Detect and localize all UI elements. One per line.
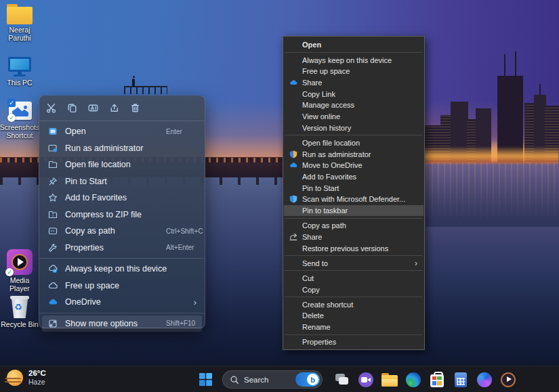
menu-item-share[interactable]: Share <box>284 232 423 243</box>
menu-item-label: Copy Link <box>302 90 335 98</box>
store-button[interactable] <box>428 371 445 388</box>
start-button[interactable] <box>196 371 214 389</box>
menu-item-copy-as-path[interactable]: Copy as path Ctrl+Shift+C <box>39 223 205 240</box>
task-view-button[interactable] <box>333 371 350 388</box>
menu-item-label: Rename <box>302 323 331 331</box>
menu-item-send-to[interactable]: Send to › <box>284 257 423 269</box>
menu-item-label: Delete <box>302 311 324 320</box>
desktop-icon-screenshots-shortcut[interactable]: ✓ ✓ Screenshots Shortcut <box>0 99 39 139</box>
menu-item-shortcut: Enter <box>166 128 182 135</box>
menu-item-always-keep-on-device[interactable]: Always keep on this device <box>284 54 423 66</box>
cut-icon[interactable] <box>43 101 58 116</box>
calculator-button[interactable] <box>452 371 469 388</box>
copilot-button[interactable] <box>476 371 493 388</box>
desktop-icon-user-folder[interactable]: Neeraj Paruthi <box>0 4 39 42</box>
menu-separator <box>285 334 423 335</box>
app-window-icon <box>47 126 58 137</box>
menu-item-copy-link[interactable]: Copy Link <box>284 88 423 100</box>
menu-item-show-more-options[interactable]: Show more options Shift+F10 <box>42 315 202 332</box>
menu-item-delete[interactable]: Delete <box>284 310 423 322</box>
desktop-icon-label: Media Player <box>0 277 39 292</box>
file-explorer-button[interactable] <box>381 371 398 388</box>
copilot-icon <box>477 372 492 387</box>
menu-item-version-history[interactable]: Version history <box>284 122 423 133</box>
chat-icon <box>358 372 373 387</box>
weather-condition: Haze <box>28 378 46 387</box>
menu-item-label: Add to Favorites <box>302 173 356 181</box>
menu-item-manage-access[interactable]: Manage access <box>284 100 423 111</box>
edge-button[interactable] <box>405 371 421 388</box>
file-explorer-icon <box>381 373 398 387</box>
zip-folder-icon <box>47 209 58 220</box>
quick-actions-toolbar <box>39 97 205 118</box>
menu-item-open[interactable]: Open <box>284 39 423 51</box>
wallpaper-city-lights <box>415 146 559 164</box>
menu-item-free-up-space[interactable]: Free up space <box>39 278 205 295</box>
onedrive-cloud-icon <box>289 78 298 87</box>
menu-item-properties[interactable]: Properties <box>284 336 423 348</box>
weather-temperature: 26°C <box>28 369 46 378</box>
menu-item-rename[interactable]: Rename <box>284 322 423 333</box>
menu-item-pin-to-start[interactable]: Pin to Start <box>39 173 205 190</box>
menu-item-add-to-favorites[interactable]: Add to Favorites <box>39 190 205 206</box>
desktop-icon-label: This PC <box>7 79 32 87</box>
menu-item-properties[interactable]: Properties Alt+Enter <box>39 240 205 257</box>
menu-item-label: Scan with Microsoft Defender... <box>302 195 405 203</box>
menu-item-label: Compress to ZIP file <box>65 210 142 219</box>
menu-item-compress-to-zip[interactable]: Compress to ZIP file <box>39 206 205 223</box>
menu-item-onedrive[interactable]: OneDrive › <box>39 294 205 311</box>
menu-separator <box>285 52 423 53</box>
menu-item-move-to-onedrive[interactable]: Move to OneDrive <box>284 160 423 171</box>
menu-separator <box>39 121 205 121</box>
share-icon[interactable] <box>106 101 121 116</box>
copy-icon[interactable] <box>64 101 79 116</box>
folder-icon <box>7 4 33 24</box>
media-player-button[interactable] <box>499 371 516 388</box>
menu-item-label: Move to OneDrive <box>302 161 363 169</box>
menu-item-label: Manage access <box>302 101 354 109</box>
menu-item-pin-to-taskbar[interactable]: Pin to taskbar <box>284 205 423 217</box>
menu-item-pin-to-start[interactable]: Pin to Start <box>284 182 423 194</box>
menu-item-open-file-location[interactable]: Open file location <box>284 137 423 149</box>
menu-item-open-file-location[interactable]: Open file location <box>39 156 205 173</box>
recycle-bin-icon: ♻ <box>9 296 30 319</box>
menu-item-create-shortcut[interactable]: Create shortcut <box>284 299 423 310</box>
menu-item-copy[interactable]: Copy <box>284 284 423 295</box>
menu-item-run-as-administrator[interactable]: Run as administrator <box>39 140 205 157</box>
menu-item-share-onedrive[interactable]: Share <box>284 77 423 89</box>
menu-item-label: Send to <box>302 259 328 267</box>
share-arrow-icon <box>289 232 298 242</box>
onedrive-synced-icon: ✓ <box>5 268 14 276</box>
menu-item-label: Add to Favorites <box>65 193 127 202</box>
menu-item-label: View online <box>302 112 340 121</box>
menu-item-scan-with-defender[interactable]: Scan with Microsoft Defender... <box>284 194 423 205</box>
menu-item-view-online[interactable]: View online <box>284 111 423 123</box>
desktop-icon-this-pc[interactable]: This PC <box>0 56 39 87</box>
chevron-right-icon: › <box>415 259 417 268</box>
bing-icon[interactable]: b <box>295 372 320 387</box>
menu-item-free-up-space[interactable]: Free up space <box>284 66 423 77</box>
menu-separator <box>39 313 205 313</box>
taskbar: 26°C Haze Search b <box>0 366 559 392</box>
desktop-icon-media-player[interactable]: ✓ Media Player <box>0 249 39 292</box>
menu-item-label: Copy as path <box>302 221 346 230</box>
taskbar-weather-widget[interactable]: 26°C Haze <box>7 369 46 387</box>
delete-icon[interactable] <box>127 101 142 116</box>
menu-separator <box>285 270 423 271</box>
menu-item-run-as-administrator[interactable]: Run as administrator <box>284 148 423 160</box>
menu-item-always-keep-on-device[interactable]: Always keep on this device <box>39 261 205 278</box>
menu-item-add-to-favorites[interactable]: Add to Favorites <box>284 171 423 183</box>
chat-button[interactable] <box>357 371 374 388</box>
desktop-icon-recycle-bin[interactable]: ♻ Recycle Bin <box>0 296 39 329</box>
menu-item-restore-previous-versions[interactable]: Restore previous versions <box>284 242 423 254</box>
modern-context-menu: Open Enter Run as administrator Open fil… <box>39 95 205 328</box>
menu-item-cut[interactable]: Cut <box>284 273 423 284</box>
menu-item-label: Always keep on this device <box>65 264 167 274</box>
media-player-icon: ✓ <box>7 249 33 275</box>
menu-item-shortcut: Ctrl+Shift+C <box>166 227 203 235</box>
search-box[interactable]: Search b <box>222 370 323 389</box>
menu-item-open[interactable]: Open Enter <box>39 123 205 140</box>
menu-item-copy-as-path[interactable]: Copy as path <box>284 220 423 232</box>
uac-shield-icon <box>289 150 298 159</box>
rename-icon[interactable] <box>85 101 100 116</box>
